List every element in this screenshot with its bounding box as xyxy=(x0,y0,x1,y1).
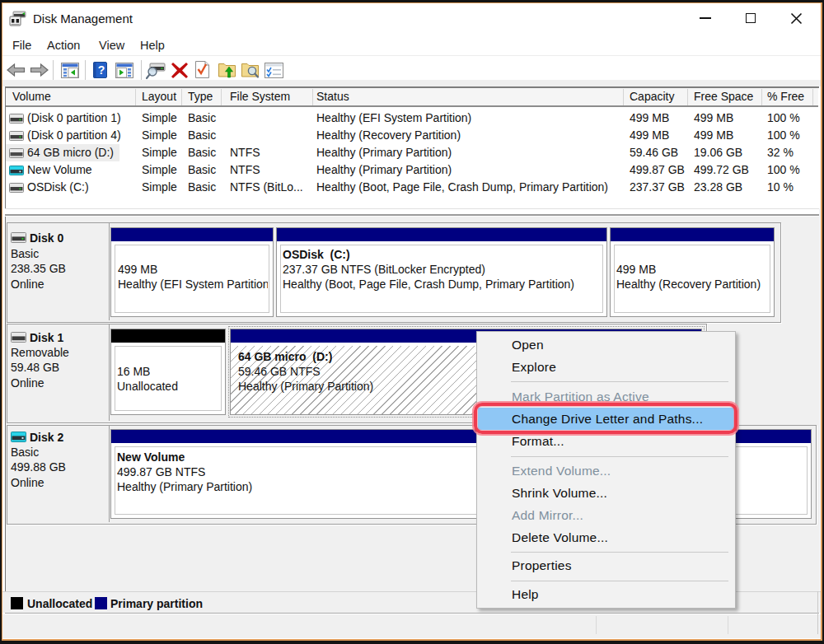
svg-text:?: ? xyxy=(98,63,105,77)
